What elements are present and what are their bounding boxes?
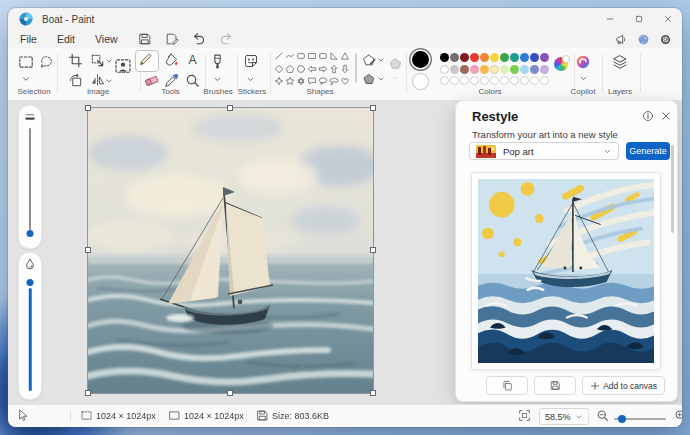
shapes-scrollbar[interactable] (355, 53, 357, 83)
zoom-out-icon[interactable] (596, 409, 609, 422)
color-swatch[interactable] (510, 65, 519, 74)
save-as-icon[interactable] (165, 32, 179, 46)
color-swatch[interactable] (470, 65, 479, 74)
primary-color-swatch[interactable] (412, 51, 429, 68)
copy-result-button[interactable] (486, 376, 528, 395)
selection-handle[interactable] (370, 105, 376, 111)
hexagon-shape-icon[interactable] (296, 64, 306, 74)
opacity-slider-handle[interactable] (27, 279, 34, 286)
six-point-star-shape-icon[interactable] (296, 76, 306, 86)
color-swatch[interactable] (450, 65, 459, 74)
resize-icon[interactable] (90, 53, 105, 68)
color-swatch[interactable] (530, 53, 539, 62)
arrow-right-shape-icon[interactable] (318, 64, 328, 74)
pentagon-shape-icon[interactable] (285, 64, 295, 74)
color-swatch[interactable] (540, 65, 549, 74)
color-swatch[interactable] (470, 53, 479, 62)
undo-icon[interactable] (192, 32, 206, 46)
color-swatch[interactable] (520, 53, 529, 62)
secondary-color-swatch[interactable] (412, 73, 429, 90)
selection-handle[interactable] (85, 390, 91, 396)
style-dropdown[interactable]: Pop art (469, 142, 619, 160)
arrow-down-shape-icon[interactable] (340, 64, 350, 74)
fill-icon[interactable] (164, 52, 179, 67)
oval-speech-bubble-shape-icon[interactable] (318, 76, 328, 86)
color-swatch[interactable] (490, 53, 499, 62)
minimize-button[interactable] (595, 8, 624, 30)
add-to-canvas-button[interactable]: Add to canvas (582, 376, 665, 395)
generate-button[interactable]: Generate (626, 142, 670, 160)
empty-color-slot[interactable] (540, 76, 549, 85)
four-point-star-shape-icon[interactable] (274, 76, 284, 86)
chevron-down-icon[interactable] (579, 74, 588, 83)
color-swatch[interactable] (450, 53, 459, 62)
chevron-down-icon[interactable] (377, 56, 385, 64)
color-swatch[interactable] (440, 53, 449, 62)
shape-outline-icon[interactable] (362, 53, 376, 67)
empty-color-slot[interactable] (440, 76, 449, 85)
chevron-down-icon[interactable] (246, 75, 255, 84)
color-swatch[interactable] (510, 53, 519, 62)
color-swatch[interactable] (480, 65, 489, 74)
save-icon[interactable] (138, 32, 152, 46)
close-icon[interactable] (660, 110, 672, 122)
empty-color-slot[interactable] (490, 76, 499, 85)
empty-color-slot[interactable] (480, 76, 489, 85)
rectangle-shape-icon[interactable] (307, 51, 317, 61)
size-slider-track[interactable] (29, 128, 31, 230)
heart-shape-icon[interactable] (340, 76, 350, 86)
color-swatch[interactable] (500, 53, 509, 62)
feedback-icon[interactable] (615, 33, 628, 46)
empty-color-slot[interactable] (520, 76, 529, 85)
empty-color-slot[interactable] (510, 76, 519, 85)
fit-to-screen-icon[interactable] (518, 409, 531, 422)
panel-scrollbar[interactable] (671, 145, 674, 233)
triangle-shape-icon[interactable] (340, 51, 350, 61)
text-icon[interactable]: A (185, 52, 200, 67)
selection-handle[interactable] (370, 247, 376, 253)
color-swatch[interactable] (500, 65, 509, 74)
rectangle-select-icon[interactable] (17, 53, 35, 71)
titlebar[interactable]: Boat - Paint (8, 8, 682, 30)
color-swatch[interactable] (490, 65, 499, 74)
menu-edit[interactable]: Edit (47, 32, 85, 46)
zoom-in-icon[interactable] (674, 409, 682, 422)
selection-handle[interactable] (227, 105, 233, 111)
color-swatch[interactable] (520, 65, 529, 74)
chevron-down-icon[interactable] (105, 77, 113, 85)
account-icon[interactable] (637, 33, 650, 46)
info-icon[interactable] (642, 110, 654, 122)
remove-background-icon[interactable] (114, 57, 132, 75)
crop-icon[interactable] (68, 53, 83, 68)
save-result-button[interactable] (534, 376, 576, 395)
opacity-slider-track[interactable] (29, 288, 32, 391)
color-swatch[interactable] (460, 53, 469, 62)
shape-fill-icon[interactable] (362, 72, 376, 86)
chevron-down-icon[interactable] (105, 57, 113, 65)
selection-handle[interactable] (85, 247, 91, 253)
eraser-icon[interactable] (144, 73, 159, 88)
menu-view[interactable]: View (85, 32, 128, 46)
chevron-down-icon[interactable] (377, 75, 385, 83)
size-slider-handle[interactable] (27, 230, 34, 237)
selection-handle[interactable] (370, 390, 376, 396)
chevron-down-icon[interactable] (213, 75, 222, 84)
color-swatch[interactable] (540, 53, 549, 62)
arrow-left-shape-icon[interactable] (307, 64, 317, 74)
cloud-speech-bubble-shape-icon[interactable] (329, 76, 339, 86)
color-swatch[interactable] (460, 65, 469, 74)
color-wheel-icon[interactable] (554, 57, 568, 71)
arrow-up-shape-icon[interactable] (329, 64, 339, 74)
oval-shape-icon[interactable] (296, 51, 306, 61)
canvas-artwork[interactable] (88, 108, 373, 393)
curve-shape-icon[interactable] (285, 51, 295, 61)
menu-file[interactable]: File (10, 32, 47, 46)
close-button[interactable] (653, 8, 682, 30)
color-swatch[interactable] (530, 65, 539, 74)
diamond-shape-icon[interactable] (274, 64, 284, 74)
rotate-icon[interactable] (68, 73, 83, 88)
pencil-icon[interactable] (138, 52, 153, 67)
magnifier-icon[interactable] (185, 73, 200, 88)
five-point-star-shape-icon[interactable] (285, 76, 295, 86)
color-swatch[interactable] (480, 53, 489, 62)
